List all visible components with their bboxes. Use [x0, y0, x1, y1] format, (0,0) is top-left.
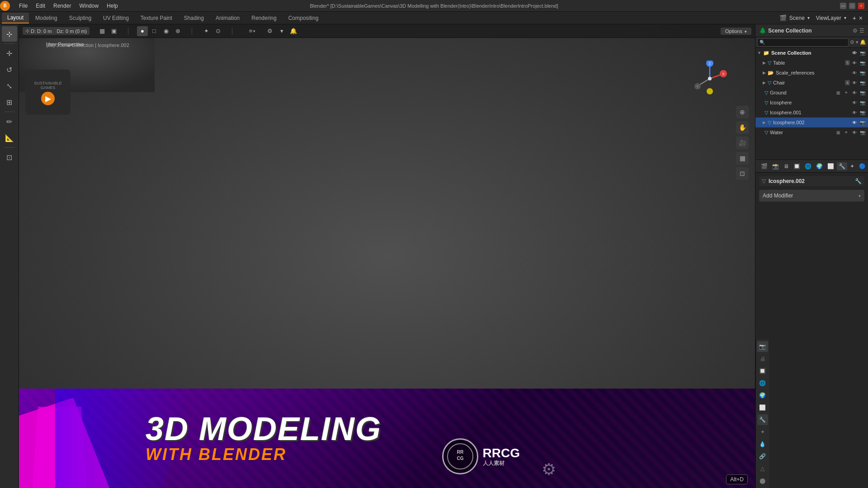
vis-toggle[interactable]: 👁	[851, 129, 858, 136]
prop-scene-btn[interactable]: 🌐	[757, 378, 768, 389]
close-scene-button[interactable]: ×	[859, 14, 863, 22]
local-view-btn[interactable]: ⊡	[736, 167, 749, 180]
vis-toggle[interactable]: 👁	[851, 49, 858, 56]
prop-tab-scene-props[interactable]: 🌐	[803, 162, 813, 170]
prop-tab-object[interactable]: ⬜	[826, 162, 836, 170]
filter-dropdown[interactable]: ▾	[276, 26, 287, 36]
tool-measure[interactable]: 📐	[2, 130, 17, 145]
close-button[interactable]: ×	[858, 3, 864, 9]
vis-toggle[interactable]: 👁	[851, 59, 858, 66]
tool-lasso-icon[interactable]: ▣	[108, 26, 119, 36]
tab-texture-paint[interactable]: Texture Paint	[135, 13, 178, 23]
axis-gizmo[interactable]: Z X Y	[692, 61, 728, 97]
menu-edit[interactable]: Edit	[32, 2, 49, 10]
outliner-item-ground[interactable]: ▽ Ground ⊞ ⌖ 👁 📷	[755, 88, 868, 98]
vis-toggle[interactable]: 👁	[851, 119, 858, 126]
vis-toggle[interactable]: 👁	[851, 69, 858, 76]
ground-icon1[interactable]: ⊞	[835, 89, 842, 96]
pan-btn[interactable]: ✋	[736, 121, 749, 134]
menu-render[interactable]: Render	[50, 2, 75, 10]
outliner-item-table[interactable]: ▶ ▽ Table 5 👁 📷	[755, 58, 868, 68]
tab-rendering[interactable]: Rendering	[246, 13, 282, 23]
outliner-filter-btn2[interactable]: ▾	[856, 39, 859, 45]
mode-selector-btn[interactable]: ⊹ D: D: 0 m Dz: 0 m (0 m)	[23, 27, 90, 35]
tab-modeling[interactable]: Modeling	[30, 13, 63, 23]
menu-help[interactable]: Help	[103, 2, 122, 10]
water-icon1[interactable]: ⊞	[835, 129, 842, 136]
tab-animation[interactable]: Animation	[210, 13, 245, 23]
tool-select[interactable]: ⊹	[2, 26, 17, 42]
material-preview-icon[interactable]: ◉	[160, 26, 171, 36]
maximize-button[interactable]: □	[849, 3, 855, 9]
render-toggle[interactable]: 📷	[859, 69, 866, 76]
tool-scale[interactable]: ⤡	[2, 78, 17, 94]
outliner-item-water[interactable]: ▽ Water ⊞ ⌖ 👁 📷	[755, 127, 868, 137]
outliner-item-scale-refs[interactable]: ▶ 📂 Scale_references 👁 📷	[755, 68, 868, 78]
tool-move[interactable]: ✛	[2, 46, 17, 61]
menu-window[interactable]: Window	[75, 2, 102, 10]
prop-physics-btn[interactable]: 💧	[757, 439, 768, 450]
tab-layout[interactable]: Layout	[2, 13, 29, 23]
prop-data-btn[interactable]: △	[757, 463, 768, 474]
tool-transform[interactable]: ⊞	[2, 94, 17, 110]
tool-add-cube[interactable]: ⊡	[2, 150, 17, 165]
orthographic-btn[interactable]: ▦	[736, 152, 749, 164]
outliner-restrict-btn[interactable]: 🔔	[860, 39, 866, 45]
ground-icon2[interactable]: ⌖	[843, 89, 850, 96]
tool-box-icon[interactable]: ▦	[97, 26, 108, 36]
tool-annotate[interactable]: ✏	[2, 114, 17, 129]
render-toggle[interactable]: 📷	[859, 59, 866, 66]
prop-world-btn[interactable]: 🌍	[757, 390, 768, 401]
prop-modifier-btn[interactable]: 🔧	[757, 414, 768, 425]
options-button[interactable]: Options ▾	[721, 28, 751, 35]
scene-name[interactable]: Scene	[789, 15, 805, 21]
tab-compositing[interactable]: Compositing	[283, 13, 324, 23]
outliner-item-scene-collection[interactable]: ▼ 📁 Scene Collection 👁 📷	[755, 48, 868, 58]
water-icon2[interactable]: ⌖	[843, 129, 850, 136]
vis-toggle[interactable]: 👁	[851, 99, 858, 106]
add-modifier-button[interactable]: Add Modifier ▾	[759, 190, 864, 202]
prop-tab-physics[interactable]: 🔵	[857, 162, 868, 170]
props-wrench-icon[interactable]: 🔧	[855, 178, 862, 184]
render-toggle[interactable]: 📷	[859, 49, 866, 56]
prop-material-btn[interactable]: ⬤	[757, 475, 768, 486]
new-scene-button[interactable]: +	[853, 14, 856, 22]
prop-object-btn[interactable]: ⬜	[757, 402, 768, 413]
zoom-extents-btn[interactable]: ⊕	[736, 106, 749, 118]
wireframe-shading-icon[interactable]: □	[149, 26, 160, 36]
tool-rotate[interactable]: ↺	[2, 62, 17, 77]
vis-toggle[interactable]: 👁	[851, 109, 858, 116]
outliner-search-input[interactable]	[757, 38, 849, 47]
vis-toggle[interactable]: 👁	[851, 89, 858, 96]
tab-shading[interactable]: Shading	[179, 13, 209, 23]
rendered-preview-icon[interactable]: ⊕	[172, 26, 183, 36]
prop-particle-btn[interactable]: ✦	[757, 427, 768, 437]
filter-icon[interactable]: ⚙	[264, 26, 275, 36]
prop-render-btn[interactable]: 📷	[757, 341, 768, 352]
minimize-button[interactable]: —	[840, 3, 846, 9]
prop-view-layer-btn[interactable]: 🔲	[757, 366, 768, 376]
outliner-collapse-btn[interactable]: ☰	[859, 28, 864, 34]
render-toggle[interactable]: 📷	[859, 109, 866, 116]
outliner-filter-btn[interactable]: ⚙	[853, 28, 858, 34]
render-toggle[interactable]: 📷	[859, 79, 866, 86]
tab-uv-editing[interactable]: UV Editing	[98, 13, 134, 23]
prop-tab-scene[interactable]: 🎬	[759, 162, 769, 170]
notification-icon[interactable]: 🔔	[288, 26, 299, 36]
render-toggle[interactable]: 📷	[859, 129, 866, 136]
prop-tab-output[interactable]: 🖥	[782, 162, 791, 170]
proportional-edit-icon[interactable]: ⊙	[212, 26, 223, 36]
outliner-sync-btn[interactable]: ⚙	[850, 39, 854, 45]
render-toggle[interactable]: 📷	[859, 89, 866, 96]
menu-file[interactable]: File	[15, 2, 31, 10]
solid-shading-icon[interactable]: ●	[137, 26, 148, 36]
prop-tab-view-layer[interactable]: 🔲	[792, 162, 802, 170]
view-layer-dropdown[interactable]: ▾	[844, 15, 846, 20]
prop-tab-modifier[interactable]: 🔧	[837, 162, 847, 170]
prop-tab-world[interactable]: 🌍	[814, 162, 825, 170]
camera-view-btn[interactable]: 🎥	[736, 136, 749, 149]
prop-tab-particles[interactable]: ✦	[848, 162, 856, 170]
object-title[interactable]: Icosphere.002	[769, 178, 805, 184]
prop-output-btn[interactable]: 🖨	[757, 353, 768, 364]
overlay-dropdown[interactable]: ≡ ▾	[241, 26, 264, 36]
